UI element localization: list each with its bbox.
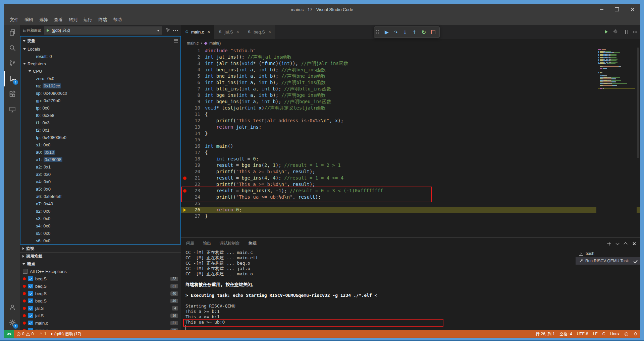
breadcrumb[interactable]: main.c main() <box>181 39 640 48</box>
code-line[interactable]: 10void* testjalr(int x)//声明并定义testjalr函数 <box>181 105 640 111</box>
callstack-section-header[interactable]: 调用堆栈 <box>20 252 181 260</box>
panel-tab-terminal[interactable]: 终端 <box>249 238 257 249</box>
checkbox[interactable] <box>28 284 33 288</box>
menu-goto[interactable]: 转到 <box>66 15 80 24</box>
language-mode[interactable]: C <box>600 330 608 338</box>
breakpoint-row[interactable]: main.c21 <box>20 319 181 327</box>
feedback-icon[interactable] <box>622 330 631 338</box>
more-actions-icon[interactable] <box>633 31 634 32</box>
step-out-button[interactable]: ↑ <box>410 28 419 37</box>
code-line[interactable]: 27} <box>181 213 640 219</box>
menu-terminal[interactable]: 终端 <box>95 15 110 24</box>
breakpoint-icon[interactable] <box>181 175 189 181</box>
breakpoint-row[interactable]: beq.S49 <box>20 297 181 304</box>
code-line[interactable]: 7int bltu_ins(int a, int b); //声明bltu_in… <box>181 86 640 92</box>
register-row[interactable]: a2:0x1 <box>20 163 180 170</box>
close-button[interactable] <box>625 4 640 15</box>
variables-section-header[interactable]: 变量 <box>20 37 180 45</box>
continue-button[interactable]: ▶ <box>382 28 390 37</box>
breakpoint-row[interactable]: main.c23 <box>20 327 181 330</box>
code-line[interactable]: 21 result = bge_ins(4, 4); //result = 1 … <box>181 175 640 181</box>
register-row[interactable]: a0:0x10 <box>20 148 180 156</box>
code-line[interactable]: 13 return jalr_ins; <box>181 124 640 130</box>
terminal-dropdown-icon[interactable] <box>615 241 619 245</box>
variable-row[interactable]: result:0 <box>20 53 180 60</box>
code-line[interactable]: 23 result = bgeu_ins(3, -1); //result = … <box>181 188 640 194</box>
register-row[interactable]: a3:0x0 <box>20 170 180 178</box>
menu-file[interactable]: 文件 <box>7 15 21 24</box>
register-row[interactable]: s2:0x0 <box>20 207 180 215</box>
checkbox[interactable] <box>28 328 33 330</box>
code-line[interactable]: 8int bge_ins(int a, int b); //声明bge_ins函… <box>181 92 640 98</box>
scope-registers[interactable]: Registers <box>20 60 180 67</box>
editor-settings-gear-icon[interactable] <box>613 29 618 35</box>
debug-session-indicator[interactable]: (gdb) 启动 (17) <box>49 330 84 338</box>
menu-help[interactable]: 帮助 <box>110 15 125 24</box>
maximize-panel-icon[interactable] <box>624 242 627 246</box>
register-row[interactable]: s5:0x0 <box>20 229 180 237</box>
terminal-instance-row[interactable]: bash <box>576 250 640 257</box>
panel-tab-problems[interactable]: 问题 <box>186 238 194 249</box>
close-tab-icon[interactable]: × <box>236 29 239 35</box>
problems-indicator[interactable]: 0 0 <box>14 330 36 338</box>
current-line-arrow-icon[interactable] <box>181 207 189 213</box>
checkbox[interactable] <box>23 269 28 274</box>
tab-beq-s[interactable]: Sbeq.S× <box>243 25 275 39</box>
stop-button[interactable] <box>429 28 437 37</box>
explorer-icon[interactable] <box>4 25 20 40</box>
breadcrumb-file[interactable]: main.c <box>187 41 199 46</box>
code-line[interactable]: 2int jal_ins(); //声明jal_ins函数 <box>181 54 640 60</box>
extensions-icon[interactable] <box>4 86 20 102</box>
register-row[interactable]: tp:0x0 <box>20 104 180 112</box>
maximize-button[interactable] <box>609 4 625 15</box>
accounts-icon[interactable] <box>4 299 20 315</box>
code-line[interactable]: 4int beq_ins(int a, int b); //声明beq_ins函… <box>181 67 640 73</box>
watch-section-header[interactable]: 监视 <box>20 245 181 252</box>
collapse-all-icon[interactable] <box>174 39 178 43</box>
tab-main-c[interactable]: Cmain.c× <box>181 25 214 39</box>
panel-tab-debug-console[interactable]: 调试控制台 <box>220 238 240 249</box>
checkbox[interactable] <box>28 306 33 311</box>
close-tab-icon[interactable]: × <box>268 29 271 35</box>
breakpoint-row[interactable]: beq.S40 <box>20 290 181 297</box>
code-line[interactable]: 5int bne_ins(int a, int b); //声明bne_ins函… <box>181 73 640 79</box>
remote-os-label[interactable]: Linux <box>607 330 622 338</box>
code-line[interactable]: 6int blt_ins(int a, int b); //声明blt_ins函… <box>181 79 640 86</box>
cursor-position[interactable]: 行 26, 列 1 <box>533 330 557 338</box>
code-line[interactable]: 16int main() <box>181 143 640 149</box>
terminal-instance-row[interactable]: Run RISCV-QEMU Task <box>576 257 640 265</box>
code-line[interactable]: 1#include "stdio.h" <box>181 48 640 54</box>
terminal-output[interactable]: CC -[M] 正在构建 ... main.cCC -[M] 正在构建 ... … <box>181 249 576 330</box>
code-line[interactable]: 15 <box>181 137 640 143</box>
breakpoint-icon[interactable] <box>181 188 189 194</box>
step-over-button[interactable]: ↷ <box>391 28 400 37</box>
split-editor-icon[interactable] <box>623 30 628 34</box>
exception-breakpoint-row[interactable]: All C++ Exceptions <box>20 268 181 275</box>
settings-gear-icon[interactable]: 1 <box>4 315 20 330</box>
start-debugging-icon[interactable] <box>47 29 49 32</box>
breakpoint-row[interactable]: beq.S22 <box>20 275 181 282</box>
encoding-setting[interactable]: UTF-8 <box>575 330 591 338</box>
minimize-button[interactable] <box>594 4 609 15</box>
register-row[interactable]: t0:0x3e8 <box>20 112 180 119</box>
register-row[interactable]: t2:0x1 <box>20 126 180 134</box>
checkbox[interactable] <box>28 321 33 325</box>
breakpoint-row[interactable]: jal.S16 <box>20 312 181 319</box>
register-row[interactable]: t1:0x3 <box>20 119 180 126</box>
register-row[interactable]: s4:0x0 <box>20 222 180 229</box>
breadcrumb-symbol[interactable]: main() <box>209 41 221 46</box>
close-panel-icon[interactable] <box>632 242 636 246</box>
register-row[interactable]: gp:0x279b0 <box>20 97 180 104</box>
tab-jal-s[interactable]: Sjal.S× <box>214 25 243 39</box>
scope-locals[interactable]: Locals <box>20 45 180 53</box>
eol-setting[interactable]: LF <box>591 330 600 338</box>
register-row[interactable]: fp:0x408006e0 <box>20 134 180 141</box>
code-line[interactable]: 12 printf("This testjalr address is:0x%x… <box>181 118 640 124</box>
register-row[interactable]: s6:0x0 <box>20 237 180 244</box>
menu-view[interactable]: 查看 <box>51 15 66 24</box>
breakpoints-section-header[interactable]: 断点 <box>20 260 181 268</box>
toolbar-drag-grip-icon[interactable] <box>376 30 380 34</box>
debug-config-dropdown[interactable]: (gdb) 启动 <box>44 26 162 35</box>
register-row[interactable]: a6:0xfefefeff <box>20 193 180 200</box>
breakpoint-row[interactable]: jal.S4 <box>20 304 181 312</box>
